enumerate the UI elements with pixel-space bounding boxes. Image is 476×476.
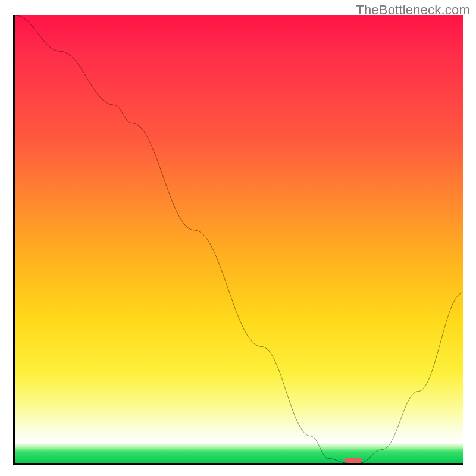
chart-frame: TheBottleneck.com [0,0,476,476]
plot-area [13,15,463,465]
optimal-point-pill [345,458,362,463]
bottleneck-curve [15,15,463,463]
curve-layer [15,15,463,463]
